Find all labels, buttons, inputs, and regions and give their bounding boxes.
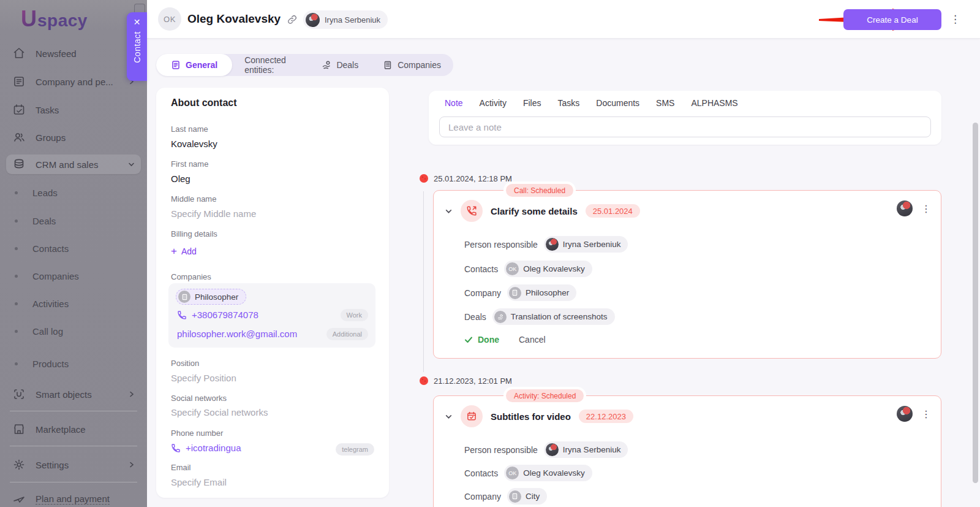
activity-title: Clarify some details [491,206,578,216]
responsible-user-chip[interactable]: Iryna Serbeniuk [303,10,388,29]
tab-documents[interactable]: Documents [596,98,639,108]
tab-files[interactable]: Files [523,98,541,108]
sidebar-item-label: CRM and sales [36,159,99,170]
sidebar-item-deals[interactable]: Deals [6,212,141,229]
uspacy-logo[interactable]: U spacy [21,6,88,32]
tab-alphasms[interactable]: ALPHASMS [691,98,737,108]
timeline-line [423,191,424,372]
email-placeholder[interactable]: Specify Email [171,477,374,487]
timeline-dot [420,174,428,183]
building-icon [383,60,393,70]
email-link[interactable]: philosopher.work@gmail.com [177,329,297,339]
chevron-right-icon [129,462,135,468]
bullet-icon [15,219,18,223]
contact-tab-label: Contact [132,31,142,63]
collapse-chevron-icon[interactable] [445,413,453,421]
phone-link[interactable]: +380679874078 [177,310,258,320]
note-card: Note Activity Files Tasks Documents SMS … [429,91,941,145]
tab-companies[interactable]: Companies [371,54,453,76]
tab-note[interactable]: Note [445,98,463,108]
plan-icon [12,492,26,506]
tab-label: Connected entities: [244,55,292,75]
plus-icon: + [171,246,177,256]
sidebar-item-company-and-people[interactable]: Company and pe... [6,72,141,91]
sidebar-item-marketplace[interactable]: Marketplace [6,419,141,439]
sidebar-item-crm-and-sales[interactable]: CRM and sales [6,154,141,174]
avatar[interactable] [897,200,913,216]
avatar[interactable] [897,406,913,422]
chip-label: Iryna Serbeniuk [563,240,621,249]
social-networks-placeholder[interactable]: Specify Social networks [171,407,374,417]
sidebar-item-label: Smart objects [36,389,92,400]
contact-chip[interactable]: OKOleg Kovalevsky [504,261,592,277]
person-chip[interactable]: Iryna Serbeniuk [544,236,628,253]
tab-connected-entities[interactable]: Connected entities: [232,54,309,76]
sidebar-item-plan-and-payment[interactable]: Plan and payment [6,489,141,507]
chevron-right-icon [129,391,135,397]
sidebar-item-smart-objects[interactable]: Smart objects [6,384,141,404]
note-input[interactable] [439,116,931,137]
sidebar-item-settings[interactable]: Settings [6,455,141,475]
last-name-value[interactable]: Kovalevsky [171,139,374,149]
sidebar-item-companies[interactable]: Companies [6,267,141,284]
sidebar-item-newsfeed[interactable]: Newsfeed [6,44,141,63]
contact-panel-tab[interactable]: ✕ Contact [127,12,147,81]
email-type-badge: Additional [326,328,368,340]
deal-chip[interactable]: Translation of screenshots [492,308,615,325]
done-label: Done [478,335,499,345]
sidebar-item-activities[interactable]: Activities [6,295,141,312]
avatar [306,13,320,27]
cancel-button[interactable]: Cancel [519,335,546,345]
company-chip[interactable]: City [507,488,547,505]
more-menu-icon[interactable]: ⋮ [950,13,960,26]
timeline-timestamp: 25.01.2024, 12:18 PM [434,174,512,183]
sidebar-item-products[interactable]: Products [6,355,141,372]
middle-name-placeholder[interactable]: Specify Middle name [171,208,374,219]
sidebar-item-call-log[interactable]: Call log [6,322,141,340]
building-icon [509,287,521,299]
sidebar-item-label: Company and pe... [36,77,113,87]
vertical-scrollbar[interactable] [973,123,978,483]
company-chip[interactable]: Philosopher [507,284,576,301]
sidebar-item-groups[interactable]: Groups [6,128,141,147]
sidebar-item-label: Marketplace [36,424,86,435]
close-icon[interactable]: ✕ [134,18,141,26]
done-button[interactable]: Done [464,335,499,345]
chip-label: Oleg Kovalevsky [523,264,585,273]
tab-sms[interactable]: SMS [656,98,674,108]
tab-activity[interactable]: Activity [480,98,507,108]
sidebar-item-label: Tasks [36,105,59,115]
smart-objects-icon [12,387,26,401]
add-billing-button[interactable]: + Add [171,246,197,256]
activity-title: Subtitles for video [491,411,571,422]
card-menu-icon[interactable]: ⋮ [921,408,931,420]
chevron-down-icon [128,161,135,167]
call-outgoing-icon [461,200,483,222]
company-info-box: Philosopher +380679874078 Work philosoph… [168,283,375,348]
sidebar-item-label: Companies [32,271,79,281]
middle-name-label: Middle name [171,194,374,204]
sidebar-item-label: Settings [36,460,69,470]
company-chip[interactable]: Philosopher [176,289,246,305]
sidebar-item-contacts[interactable]: Contacts [6,240,141,257]
contact-chip[interactable]: OKOleg Kovalevsky [504,465,592,481]
first-name-value[interactable]: Oleg [171,173,374,184]
sidebar-item-tasks[interactable]: Tasks [6,100,141,120]
sidebar-item-label: Activities [32,299,69,309]
tab-tasks[interactable]: Tasks [557,98,579,108]
tab-general[interactable]: General [156,54,232,76]
create-deal-button[interactable]: Create a Deal [843,9,941,30]
copy-link-icon[interactable] [287,14,298,25]
tab-deals[interactable]: Deals [309,54,371,76]
row-label: Company [464,288,501,298]
position-placeholder[interactable]: Specify Position [171,373,374,383]
card-menu-icon[interactable]: ⋮ [921,203,931,215]
due-date-chip: 25.01.2024 [586,204,640,218]
avatar [546,238,559,251]
person-chip[interactable]: Iryna Serbeniuk [544,441,628,458]
avatar [546,443,559,456]
page-title: Oleg Kovalevsky [187,12,281,26]
chip-label: Oleg Kovalevsky [523,468,585,478]
sidebar-item-leads[interactable]: Leads [6,184,141,201]
collapse-chevron-icon[interactable] [445,207,453,215]
